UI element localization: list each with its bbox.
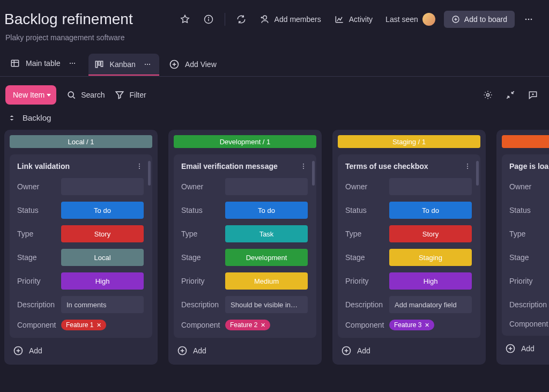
plus-circle-icon — [341, 345, 352, 356]
comments-button[interactable] — [528, 90, 538, 100]
collapse-icon — [505, 90, 516, 100]
person-add-icon — [259, 14, 270, 25]
star-button[interactable] — [175, 11, 195, 28]
add-card-button[interactable]: Add — [338, 338, 480, 359]
tab-main-table-more[interactable] — [66, 57, 79, 70]
tab-kanban[interactable]: Kanban — [88, 54, 159, 75]
last-seen-button[interactable]: Last seen — [381, 10, 440, 29]
column-header[interactable] — [502, 135, 549, 148]
svg-rect-18 — [95, 61, 97, 68]
field-value[interactable]: Medium — [225, 272, 308, 290]
add-card-label: Add — [521, 344, 535, 353]
chip-remove-icon[interactable]: ✕ — [97, 322, 101, 329]
svg-point-37 — [303, 164, 304, 165]
activity-button[interactable]: Activity — [330, 11, 377, 28]
component-field[interactable]: Feature 1 ✕ — [61, 320, 144, 330]
component-field[interactable]: Feature 3 ✕ — [389, 320, 472, 330]
collapse-group-icon[interactable] — [8, 114, 16, 122]
field-label: Description — [181, 300, 225, 309]
activity-label: Activity — [349, 15, 373, 24]
field-label: Description — [17, 300, 61, 309]
owner-field[interactable] — [389, 178, 472, 195]
svg-rect-19 — [98, 61, 100, 65]
card-more-button[interactable] — [135, 162, 144, 171]
field-value[interactable]: Story — [61, 225, 144, 242]
add-view-button[interactable]: Add View — [164, 55, 222, 74]
scrollbar[interactable] — [148, 161, 151, 186]
field-value[interactable]: To do — [389, 202, 472, 219]
chip-remove-icon[interactable]: ✕ — [261, 322, 265, 329]
field-label: Component — [509, 320, 549, 328]
add-card-button[interactable]: Add — [502, 336, 549, 357]
more-button[interactable] — [519, 11, 538, 28]
filter-button[interactable]: Filter — [114, 90, 146, 100]
svg-rect-12 — [11, 60, 18, 66]
svg-rect-20 — [101, 61, 102, 66]
field-value[interactable]: Task — [225, 225, 308, 242]
field-value[interactable]: Story — [389, 225, 472, 242]
add-card-button[interactable]: Add — [10, 338, 152, 359]
star-icon — [180, 14, 190, 25]
kanban-icon — [94, 59, 105, 70]
card[interactable]: Email verification message Owner StatusT… — [174, 154, 316, 338]
field-label: Status — [181, 206, 225, 215]
owner-field[interactable] — [225, 178, 308, 195]
column-header[interactable]: Development / 1 — [174, 135, 316, 148]
card[interactable]: Terms of use checkbox Owner StatusTo do … — [338, 154, 480, 338]
svg-point-21 — [145, 64, 146, 65]
info-button[interactable] — [199, 11, 218, 28]
column-header[interactable]: Local / 1 — [10, 135, 152, 148]
tab-main-table[interactable]: Main table — [8, 53, 84, 76]
card-more-button[interactable] — [299, 162, 308, 171]
component-chip[interactable]: Feature 2 ✕ — [225, 320, 270, 330]
component-field[interactable]: Feature 2 ✕ — [225, 320, 308, 330]
dots-horizontal-icon — [523, 14, 534, 25]
add-card-label: Add — [29, 346, 42, 355]
table-icon — [10, 58, 20, 69]
tab-kanban-label: Kanban — [110, 60, 136, 69]
new-item-label: New Item — [13, 91, 44, 99]
card[interactable]: Link validation Owner StatusTo do TypeSt… — [10, 154, 152, 338]
add-card-button[interactable]: Add — [174, 338, 316, 359]
field-value[interactable]: In comments — [61, 296, 144, 313]
column-header[interactable]: Staging / 1 — [338, 135, 480, 148]
card-title: Link validation — [17, 162, 70, 171]
settings-button[interactable] — [483, 90, 493, 100]
refresh-button[interactable] — [232, 11, 251, 28]
search-button[interactable]: Search — [66, 90, 105, 100]
field-value[interactable]: High — [389, 272, 472, 290]
field-value[interactable]: High — [61, 272, 144, 290]
owner-field[interactable] — [61, 178, 144, 195]
add-view-label: Add View — [185, 60, 217, 69]
svg-point-16 — [72, 63, 73, 64]
add-to-board-button[interactable]: Add to board — [444, 11, 515, 28]
kanban-column: Development / 1 Email verification messa… — [168, 130, 322, 365]
page-subtitle: Plaky project management software — [5, 33, 538, 42]
chip-remove-icon[interactable]: ✕ — [425, 322, 429, 329]
field-value[interactable]: Local — [61, 249, 144, 266]
scrollbar[interactable] — [312, 161, 315, 186]
svg-point-44 — [467, 166, 468, 167]
field-value[interactable]: Development — [225, 249, 308, 266]
field-value[interactable]: Should be visible in… — [225, 296, 308, 313]
card[interactable]: Page is loadi Owner Status Type Stage Pr… — [502, 154, 549, 336]
tab-kanban-more[interactable] — [141, 58, 154, 71]
scrollbar[interactable] — [476, 161, 479, 186]
field-label: Stage — [17, 253, 61, 262]
field-value[interactable]: To do — [61, 202, 144, 219]
field-value[interactable]: Staging — [389, 249, 472, 266]
add-members-label: Add members — [274, 15, 321, 24]
new-item-button[interactable]: New Item — [5, 85, 56, 105]
field-value[interactable]: Add mandatory field — [389, 296, 472, 313]
add-members-button[interactable]: Add members — [255, 11, 325, 28]
plus-circle-icon — [451, 15, 460, 24]
field-label: Owner — [509, 182, 549, 191]
component-chip[interactable]: Feature 1 ✕ — [61, 320, 106, 330]
field-value[interactable]: To do — [225, 202, 308, 219]
collapse-button[interactable] — [505, 90, 516, 100]
add-card-label: Add — [357, 346, 370, 355]
svg-point-45 — [467, 168, 468, 169]
info-icon — [203, 14, 214, 25]
component-chip[interactable]: Feature 3 ✕ — [389, 320, 434, 330]
card-more-button[interactable] — [463, 162, 472, 171]
